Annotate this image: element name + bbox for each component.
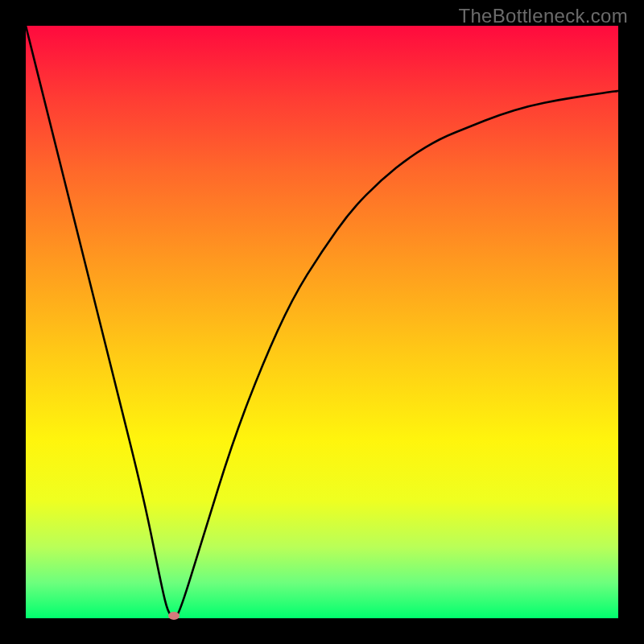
- watermark-text: TheBottleneck.com: [458, 5, 628, 27]
- plot-area: [26, 26, 618, 618]
- bottleneck-curve: [26, 26, 618, 618]
- minimum-marker: [168, 612, 180, 620]
- chart-frame: TheBottleneck.com: [0, 0, 644, 644]
